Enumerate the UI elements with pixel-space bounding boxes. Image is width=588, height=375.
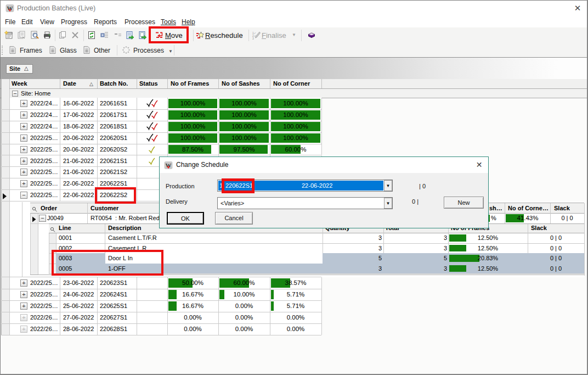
svg-text:3: 3 — [252, 37, 254, 40]
